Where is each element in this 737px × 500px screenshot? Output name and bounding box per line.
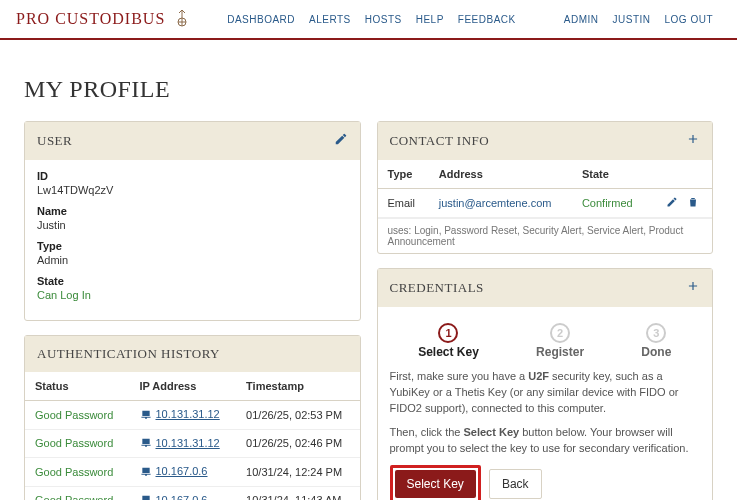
step-done: 3Done xyxy=(641,323,671,359)
step-label: Select Key xyxy=(418,345,479,359)
auth-status: Good Password xyxy=(35,437,113,449)
top-nav: DASHBOARD ALERTS HOSTS HELP FEEDBACK ADM… xyxy=(227,14,713,25)
auth-col-status: Status xyxy=(25,372,130,401)
contact-panel-title: CONTACT INFO xyxy=(390,133,490,149)
auth-timestamp: 01/26/25, 02:53 PM xyxy=(236,401,359,430)
nav-user[interactable]: JUSTIN xyxy=(612,14,650,25)
user-id-label: ID xyxy=(37,170,348,182)
auth-row: Good Password10.131.31.1201/26/25, 02:53… xyxy=(25,401,360,430)
contact-col-state: State xyxy=(572,160,648,189)
auth-col-ts: Timestamp xyxy=(236,372,359,401)
user-state-label: State xyxy=(37,275,348,287)
contact-col-type: Type xyxy=(378,160,429,189)
auth-panel-title: AUTHENTICATION HISTORY xyxy=(37,346,220,362)
nav-alerts[interactable]: ALERTS xyxy=(309,14,351,25)
contact-uses: uses: Login, Password Reset, Security Al… xyxy=(378,218,713,253)
contact-row: Email justin@arcemtene.com Confirmed xyxy=(378,189,713,218)
select-key-button[interactable]: Select Key xyxy=(395,470,476,498)
select-key-highlight: Select Key xyxy=(390,465,481,500)
step-label: Done xyxy=(641,345,671,359)
nav-help[interactable]: HELP xyxy=(416,14,444,25)
nav-logout[interactable]: LOG OUT xyxy=(664,14,713,25)
credentials-panel: CREDENTIALS 1Select Key2Register3Done Fi… xyxy=(377,268,714,500)
credentials-title: CREDENTIALS xyxy=(390,280,484,296)
auth-row: Good Password10.131.31.1201/26/25, 02:46… xyxy=(25,429,360,458)
auth-status: Good Password xyxy=(35,466,113,478)
auth-status: Good Password xyxy=(35,409,113,421)
add-credential-icon[interactable] xyxy=(686,279,700,297)
nav-feedback[interactable]: FEEDBACK xyxy=(458,14,516,25)
auth-timestamp: 01/26/25, 02:46 PM xyxy=(236,429,359,458)
edit-user-icon[interactable] xyxy=(334,132,348,150)
step-number: 1 xyxy=(438,323,458,343)
nav-hosts[interactable]: HOSTS xyxy=(365,14,402,25)
step-register: 2Register xyxy=(536,323,584,359)
contact-address[interactable]: justin@arcemtene.com xyxy=(439,197,552,209)
user-name-label: Name xyxy=(37,205,348,217)
user-type-label: Type xyxy=(37,240,348,252)
auth-ip-link[interactable]: 10.131.31.12 xyxy=(140,437,220,449)
step-select-key: 1Select Key xyxy=(418,323,479,359)
contact-table: Type Address State Email justin@arcemten… xyxy=(378,160,713,218)
auth-col-ip: IP Address xyxy=(130,372,237,401)
user-state-value: Can Log In xyxy=(37,289,348,301)
nav-dashboard[interactable]: DASHBOARD xyxy=(227,14,295,25)
nav-admin[interactable]: ADMIN xyxy=(564,14,599,25)
page-title: MY PROFILE xyxy=(24,76,713,103)
user-name-value: Justin xyxy=(37,219,348,231)
auth-ip-link[interactable]: 10.131.31.12 xyxy=(140,408,220,420)
auth-row: Good Password10.167.0.610/31/24, 12:24 P… xyxy=(25,458,360,487)
user-panel: USER IDLw14TDWq2zV NameJustin TypeAdmin … xyxy=(24,121,361,321)
user-id-value: Lw14TDWq2zV xyxy=(37,184,348,196)
auth-row: Good Password10.167.0.610/31/24, 11:43 A… xyxy=(25,486,360,500)
cred-instruction-2: Then, click the Select Key button below.… xyxy=(390,425,701,457)
back-button[interactable]: Back xyxy=(489,469,542,499)
add-contact-icon[interactable] xyxy=(686,132,700,150)
delete-contact-icon[interactable] xyxy=(684,198,702,210)
contact-state: Confirmed xyxy=(572,189,648,218)
auth-timestamp: 10/31/24, 12:24 PM xyxy=(236,458,359,487)
edit-contact-icon[interactable] xyxy=(663,198,681,210)
auth-status: Good Password xyxy=(35,494,113,500)
auth-ip-link[interactable]: 10.167.0.6 xyxy=(140,465,208,477)
contact-col-address: Address xyxy=(429,160,572,189)
user-type-value: Admin xyxy=(37,254,348,266)
step-label: Register xyxy=(536,345,584,359)
step-number: 3 xyxy=(646,323,666,343)
brand-icon xyxy=(171,8,193,30)
contact-type: Email xyxy=(378,189,429,218)
auth-history-table: Status IP Address Timestamp Good Passwor… xyxy=(25,372,360,500)
auth-history-panel: AUTHENTICATION HISTORY Status IP Address… xyxy=(24,335,361,500)
auth-timestamp: 10/31/24, 11:43 AM xyxy=(236,486,359,500)
user-panel-title: USER xyxy=(37,133,72,149)
brand-text: PRO CUSTODIBUS xyxy=(16,10,165,28)
auth-ip-link[interactable]: 10.167.0.6 xyxy=(140,494,208,501)
step-number: 2 xyxy=(550,323,570,343)
cred-instruction-1: First, make sure you have a U2F security… xyxy=(390,369,701,417)
contact-panel: CONTACT INFO Type Address State Email ju… xyxy=(377,121,714,254)
